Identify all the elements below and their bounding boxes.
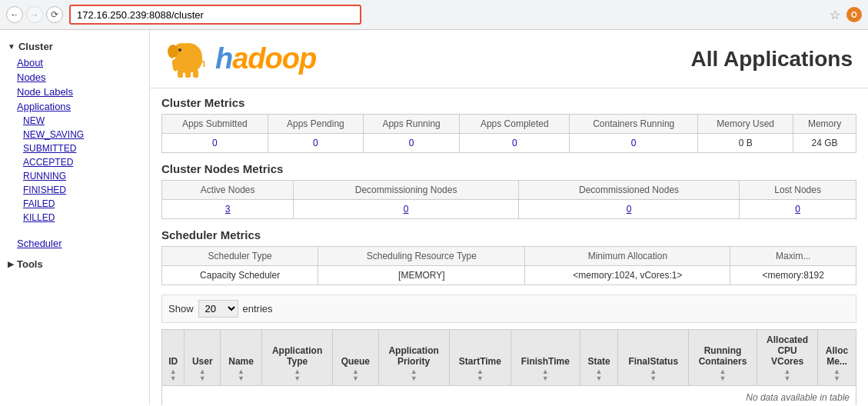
sidebar-sublink-submitted[interactable]: SUBMITTED [0, 141, 149, 155]
reload-button[interactable]: ⟳ [46, 6, 63, 23]
sidebar-sublink-finished[interactable]: FINISHED [0, 183, 149, 197]
val-active-nodes[interactable]: 3 [162, 200, 294, 219]
page-header: hadoop All Applications [150, 30, 868, 88]
app-col-application-type: ApplicationType▲▼ [261, 330, 332, 386]
col-memory-used: Memory Used [698, 115, 793, 134]
col-decommissioned-nodes: Decommissioned Nodes [518, 181, 739, 200]
back-button[interactable]: ← [6, 6, 23, 23]
tools-label: Tools [17, 258, 43, 270]
col-lost-nodes: Lost Nodes [740, 181, 856, 200]
col-containers-running: Containers Running [570, 115, 698, 134]
val-apps-submitted: 0 [162, 134, 268, 153]
hadoop-logo-text: hadoop [215, 42, 316, 75]
svg-rect-8 [193, 70, 198, 78]
sidebar-item-applications[interactable]: Applications [0, 99, 149, 114]
col-minimum-allocation: Minimum Allocation [525, 247, 730, 266]
entries-select[interactable]: 10 20 25 50 100 [198, 300, 238, 318]
sidebar-sublink-failed[interactable]: FAILED [0, 197, 149, 211]
sidebar-sublink-killed[interactable]: KILLED [0, 211, 149, 225]
val-apps-completed: 0 [460, 134, 570, 153]
nav-buttons: ← → ⟳ [6, 6, 63, 23]
cluster-metrics-table: Apps Submitted Apps Pending Apps Running… [161, 114, 856, 153]
cluster-label: Cluster [18, 41, 53, 52]
scheduler-metrics-title: Scheduler Metrics [161, 228, 856, 241]
extension-icon[interactable]: O [846, 7, 862, 22]
app-col-id: ID▲▼ [162, 330, 185, 386]
app-col-allocated-cpu: AllocatedCPUVCores▲▼ [757, 330, 818, 386]
cluster-metrics-title: Cluster Metrics [161, 96, 856, 109]
val-apps-running: 0 [364, 134, 460, 153]
cluster-nodes-title: Cluster Nodes Metrics [161, 162, 856, 175]
col-apps-pending: Apps Pending [268, 115, 363, 134]
entries-label: entries [243, 303, 273, 314]
app-col-application-priority: ApplicationPriority▲▼ [378, 330, 449, 386]
col-maximum-allocation: Maxim... [730, 247, 856, 266]
forward-button[interactable]: → [26, 6, 43, 23]
app-col-queue: Queue▲▼ [333, 330, 378, 386]
sidebar-item-about[interactable]: About [0, 55, 149, 70]
app-col-finishtime: FinishTime▲▼ [510, 330, 580, 386]
val-memory-used: 0 B [698, 134, 793, 153]
cluster-section: ▼ Cluster About Nodes Node Labels Applic… [0, 38, 149, 251]
bookmark-icon[interactable]: ☆ [830, 8, 840, 22]
val-containers-running: 0 [570, 134, 698, 153]
val-scheduling-resource-type: [MEMORY] [318, 266, 525, 285]
show-label: Show [168, 303, 194, 314]
tools-section-header[interactable]: ▶ Tools [0, 255, 149, 273]
scheduler-metrics-table: Scheduler Type Scheduling Resource Type … [161, 246, 856, 285]
app-col-alloc-mem: AllocMe...▲▼ [818, 330, 856, 386]
col-apps-submitted: Apps Submitted [162, 115, 268, 134]
svg-rect-7 [185, 70, 191, 78]
sidebar-item-nodes[interactable]: Nodes [0, 70, 149, 85]
svg-rect-6 [178, 70, 183, 78]
val-memory: 24 GB [793, 134, 856, 153]
app-col-state: State▲▼ [580, 330, 618, 386]
sidebar: ▼ Cluster About Nodes Node Labels Applic… [0, 30, 150, 405]
address-bar[interactable] [69, 5, 361, 25]
sidebar-sublink-new[interactable]: NEW [0, 114, 149, 128]
val-decommissioned-nodes[interactable]: 0 [518, 200, 739, 219]
page-title: All Applications [690, 47, 853, 72]
sidebar-item-node-labels[interactable]: Node Labels [0, 85, 149, 99]
app-col-finalstatus: FinalStatus▲▼ [618, 330, 688, 386]
val-minimum-allocation: <memory:1024, vCores:1> [525, 266, 730, 285]
page-wrapper: ▼ Cluster About Nodes Node Labels Applic… [0, 30, 868, 405]
val-apps-pending: 0 [268, 134, 363, 153]
sidebar-sublink-running[interactable]: RUNNING [0, 169, 149, 183]
col-decommissioning-nodes: Decommissioning Nodes [294, 181, 519, 200]
col-scheduling-resource-type: Scheduling Resource Type [318, 247, 525, 266]
val-scheduler-type: Capacity Scheduler [162, 266, 318, 285]
sidebar-item-scheduler[interactable]: Scheduler [0, 236, 149, 251]
cluster-arrow-icon: ▼ [8, 42, 15, 51]
svg-point-5 [178, 48, 181, 52]
col-memory: Memory [793, 115, 856, 134]
app-col-name: Name▲▼ [221, 330, 262, 386]
val-maximum-allocation: <memory:8192 [730, 266, 856, 285]
col-scheduler-type: Scheduler Type [162, 247, 318, 266]
sidebar-sublink-accepted[interactable]: ACCEPTED [0, 155, 149, 169]
browser-chrome: ← → ⟳ ☆ O [0, 0, 868, 30]
app-col-user: User▲▼ [185, 330, 221, 386]
val-lost-nodes[interactable]: 0 [740, 200, 856, 219]
cluster-section-header[interactable]: ▼ Cluster [0, 38, 149, 55]
val-decommissioning-nodes[interactable]: 0 [294, 200, 519, 219]
elephant-icon [165, 38, 211, 80]
hadoop-logo: hadoop [165, 38, 316, 80]
sidebar-sublink-new-saving[interactable]: NEW_SAVING [0, 128, 149, 141]
tools-section: ▶ Tools [0, 255, 149, 273]
no-data-message: No data available in table [162, 386, 856, 406]
cluster-nodes-table: Active Nodes Decommissioning Nodes Decom… [161, 180, 856, 219]
no-data-row: No data available in table [162, 386, 856, 406]
app-col-running-containers: RunningContainers▲▼ [688, 330, 757, 386]
col-apps-running: Apps Running [364, 115, 460, 134]
svg-point-4 [168, 45, 178, 58]
tools-arrow-icon: ▶ [8, 260, 14, 268]
col-active-nodes: Active Nodes [162, 181, 294, 200]
col-apps-completed: Apps Completed [460, 115, 570, 134]
content-area: hadoop All Applications Cluster Metrics … [150, 30, 868, 405]
show-entries-bar: Show 10 20 25 50 100 entries [161, 295, 856, 323]
applications-table: ID▲▼ User▲▼ Name▲▼ ApplicationType▲▼ Que… [161, 329, 856, 405]
main-content: Cluster Metrics Apps Submitted Apps Pend… [150, 88, 868, 405]
app-col-starttime: StartTime▲▼ [449, 330, 510, 386]
